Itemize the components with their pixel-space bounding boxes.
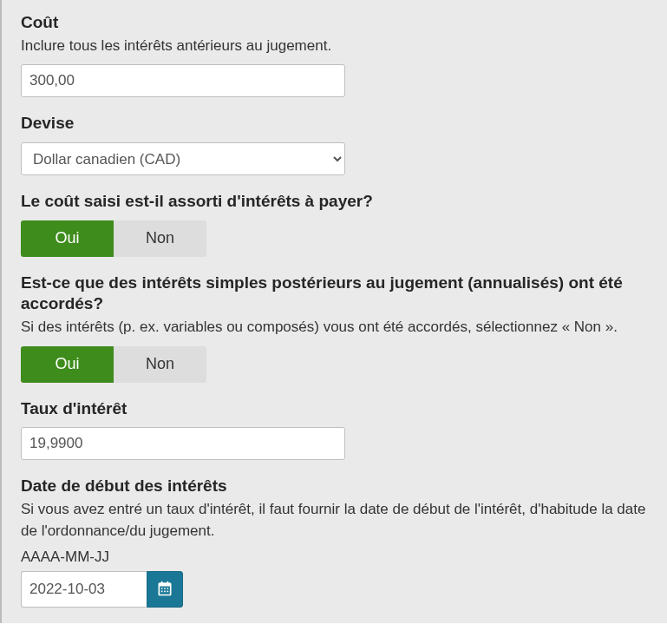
start-date-label: Date de début des intérêts <box>21 476 648 497</box>
currency-group: Devise Dollar canadien (CAD) <box>21 113 648 175</box>
cost-group: Coût Inclure tous les intérêts antérieur… <box>21 12 648 97</box>
start-date-row <box>21 571 648 608</box>
calendar-button[interactable] <box>147 571 183 608</box>
simple-interest-no-button[interactable]: Non <box>114 346 206 383</box>
calendar-icon <box>156 580 173 600</box>
cost-label: Coût <box>21 12 648 34</box>
has-interest-toggle: Oui Non <box>21 220 206 257</box>
rate-label: Taux d'intérêt <box>21 398 648 420</box>
simple-interest-label: Est-ce que des intérêts simples postérie… <box>21 273 648 315</box>
simple-interest-hint: Si des intérêts (p. ex. variables ou com… <box>21 317 648 338</box>
start-date-input[interactable] <box>21 571 147 608</box>
cost-input[interactable] <box>21 64 345 97</box>
simple-interest-group: Est-ce que des intérêts simples postérie… <box>21 273 648 383</box>
has-interest-no-button[interactable]: Non <box>114 220 206 257</box>
has-interest-yes-button[interactable]: Oui <box>21 220 114 257</box>
start-date-format: AAAA-MM-JJ <box>21 549 648 566</box>
cost-hint: Inclure tous les intérêts antérieurs au … <box>21 36 648 57</box>
rate-input[interactable] <box>21 427 345 460</box>
currency-label: Devise <box>21 113 648 135</box>
simple-interest-toggle: Oui Non <box>21 346 206 383</box>
start-date-hint: Si vous avez entré un taux d'intérêt, il… <box>21 499 648 542</box>
form-panel: Coût Inclure tous les intérêts antérieur… <box>0 0 667 623</box>
start-date-group: Date de début des intérêts Si vous avez … <box>21 476 648 608</box>
simple-interest-yes-button[interactable]: Oui <box>21 346 114 383</box>
currency-select[interactable]: Dollar canadien (CAD) <box>21 142 345 175</box>
has-interest-group: Le coût saisi est-il assorti d'intérêts … <box>21 191 648 257</box>
has-interest-label: Le coût saisi est-il assorti d'intérêts … <box>21 191 648 213</box>
rate-group: Taux d'intérêt <box>21 398 648 461</box>
